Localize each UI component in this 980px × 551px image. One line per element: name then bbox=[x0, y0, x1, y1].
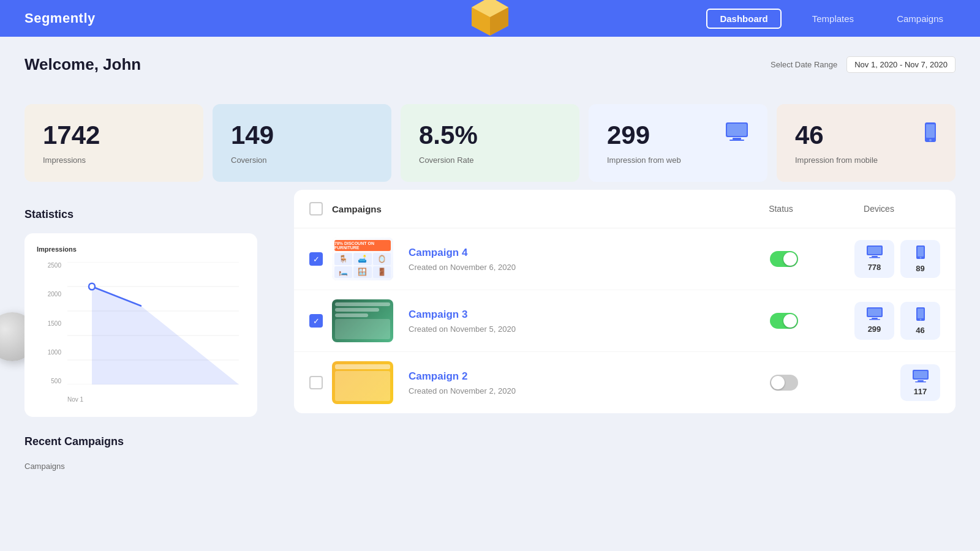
campaign-2-thumbnail bbox=[332, 361, 393, 404]
svg-point-18 bbox=[89, 283, 95, 290]
stat-number-coversion-rate: 8.5% bbox=[419, 121, 561, 149]
svg-rect-21 bbox=[872, 256, 878, 257]
svg-rect-34 bbox=[914, 371, 927, 378]
table-row: ✓ Campaign 3 Created on November 5, 2020 bbox=[294, 290, 956, 352]
campaign-2-name[interactable]: Campaign 2 bbox=[409, 370, 738, 383]
chart-y-label: Impressions bbox=[37, 246, 245, 253]
campaign-4-toggle[interactable] bbox=[770, 251, 798, 267]
campaign-3-checkbox-box[interactable]: ✓ bbox=[309, 314, 323, 328]
svg-rect-36 bbox=[915, 381, 926, 383]
recent-campaigns-label: Campaigns bbox=[24, 462, 65, 471]
status-col-header: Status bbox=[744, 204, 818, 214]
thumb-c2-bar bbox=[335, 364, 390, 369]
thumb-c4-grid: 🪑 🛋️ 🪞 🛏️ 🪟 🚪 bbox=[334, 253, 391, 278]
y-tick-2500: 2500 bbox=[37, 262, 61, 269]
svg-rect-9 bbox=[926, 124, 935, 138]
x-axis: Nov 1 bbox=[67, 396, 239, 403]
chart-container: 2500 2000 1500 1000 500 bbox=[37, 262, 245, 403]
recent-campaigns-title: Recent Campaigns bbox=[24, 435, 282, 448]
campaign-3-device-stats: 299 46 bbox=[830, 302, 940, 340]
nav-templates[interactable]: Templates bbox=[800, 10, 866, 28]
stat-label-coversion-rate: Coversion Rate bbox=[419, 156, 561, 165]
thumb-c4-banner: 78% DISCOUNT ON FURNITURE bbox=[334, 240, 391, 251]
campaign-3-web-stat: 299 bbox=[854, 302, 894, 340]
stat-cards-row: 1742 Impressions 149 Coversion 8.5% Cove… bbox=[0, 104, 980, 182]
monitor-icon-c3 bbox=[866, 307, 883, 323]
campaign-3-checkbox[interactable]: ✓ bbox=[309, 314, 323, 328]
campaign-3-info: Campaign 3 Created on November 5, 2020 bbox=[402, 309, 738, 334]
mobile-icon-c4 bbox=[916, 245, 925, 263]
stat-label-impressions: Impressions bbox=[43, 156, 185, 165]
svg-rect-24 bbox=[918, 247, 924, 257]
campaign-3-toggle[interactable] bbox=[770, 313, 798, 329]
y-tick-2000: 2000 bbox=[37, 291, 61, 298]
campaign-4-checkbox[interactable]: ✓ bbox=[309, 252, 323, 266]
svg-rect-27 bbox=[868, 309, 881, 316]
nav-campaigns[interactable]: Campaigns bbox=[884, 10, 956, 28]
campaign-4-web-count: 778 bbox=[868, 263, 881, 272]
bottom-section: Statistics Impressions 2500 2000 1500 10… bbox=[0, 190, 980, 551]
campaign-4-mobile-count: 89 bbox=[916, 264, 924, 273]
campaign-2-info: Campaign 2 Created on November 2, 2020 bbox=[402, 370, 738, 395]
campaign-2-date: Created on November 2, 2020 bbox=[409, 386, 738, 395]
navbar: Segmently Dashboard Templates Campaigns bbox=[0, 0, 980, 37]
campaigns-panel[interactable]: Campaigns Status Devices ✓ 78% DISCOUNT … bbox=[282, 190, 980, 551]
thumb-c3-img bbox=[335, 319, 390, 339]
stat-card-impressions: 1742 Impressions bbox=[24, 104, 203, 182]
thumb-c2-content bbox=[335, 371, 390, 401]
stat-card-coversion: 149 Coversion bbox=[213, 104, 391, 182]
statistics-panel: Statistics Impressions 2500 2000 1500 10… bbox=[0, 190, 282, 551]
chart-area: Impressions 2500 2000 1500 1000 500 bbox=[24, 233, 257, 417]
mobile-icon bbox=[924, 121, 937, 148]
svg-rect-22 bbox=[869, 257, 880, 258]
svg-rect-28 bbox=[872, 318, 878, 319]
campaigns-table: Campaigns Status Devices ✓ 78% DISCOUNT … bbox=[294, 190, 956, 413]
stat-number-impressions: 1742 bbox=[43, 121, 185, 149]
campaign-2-web-stat: 117 bbox=[900, 364, 940, 401]
svg-rect-29 bbox=[869, 319, 880, 320]
statistics-title: Statistics bbox=[24, 208, 282, 221]
campaign-3-date: Created on November 5, 2020 bbox=[409, 324, 738, 334]
date-range-value[interactable]: Nov 1, 2020 - Nov 7, 2020 bbox=[846, 56, 956, 73]
campaign-3-name[interactable]: Campaign 3 bbox=[409, 309, 738, 321]
campaign-2-device-stats: 117 bbox=[830, 364, 940, 401]
y-axis: 2500 2000 1500 1000 500 bbox=[37, 262, 61, 384]
campaign-3-web-count: 299 bbox=[868, 324, 881, 334]
select-all-checkbox-box[interactable] bbox=[309, 202, 323, 216]
campaign-3-toggle-knob bbox=[783, 314, 797, 328]
select-all-checkbox[interactable] bbox=[309, 202, 323, 216]
monitor-icon-c2 bbox=[912, 369, 929, 386]
svg-rect-35 bbox=[918, 380, 924, 381]
welcome-heading: Welcome, John bbox=[24, 55, 141, 74]
campaign-2-web-count: 117 bbox=[914, 387, 927, 396]
date-range-area: Select Date Range Nov 1, 2020 - Nov 7, 2… bbox=[771, 56, 956, 73]
mobile-icon-c3 bbox=[916, 307, 925, 324]
campaign-3-mobile-stat: 46 bbox=[900, 302, 940, 340]
campaign-3-mobile-count: 46 bbox=[916, 326, 924, 335]
monitor-icon-c4 bbox=[866, 245, 883, 261]
campaign-2-status bbox=[747, 375, 821, 391]
campaign-2-checkbox[interactable] bbox=[309, 376, 323, 389]
recent-section: Recent Campaigns Campaigns bbox=[24, 435, 282, 471]
stat-number-impression-web: 299 bbox=[607, 121, 681, 149]
y-tick-1500: 1500 bbox=[37, 320, 61, 327]
campaign-2-toggle[interactable] bbox=[770, 375, 798, 391]
campaign-4-checkbox-box[interactable]: ✓ bbox=[309, 252, 323, 266]
campaign-4-mobile-stat: 89 bbox=[900, 240, 940, 278]
svg-rect-7 bbox=[729, 140, 744, 141]
x-tick-nov1: Nov 1 bbox=[67, 396, 83, 403]
devices-col-header: Devices bbox=[818, 204, 940, 214]
svg-rect-31 bbox=[918, 309, 924, 318]
campaign-4-status bbox=[747, 251, 821, 267]
navbar-links: Dashboard Templates Campaigns bbox=[706, 9, 956, 29]
campaign-3-status bbox=[747, 313, 821, 329]
nav-dashboard[interactable]: Dashboard bbox=[706, 9, 781, 29]
svg-rect-20 bbox=[868, 247, 881, 254]
svg-point-25 bbox=[919, 257, 921, 259]
campaign-4-thumbnail: 78% DISCOUNT ON FURNITURE 🪑 🛋️ 🪞 🛏️ 🪟 🚪 bbox=[332, 238, 393, 280]
campaign-2-checkbox-box[interactable] bbox=[309, 376, 323, 389]
stat-label-impression-web: Impression from web bbox=[607, 156, 681, 165]
chart-plot bbox=[67, 262, 239, 384]
campaign-4-web-stat: 778 bbox=[854, 240, 894, 278]
campaign-4-name[interactable]: Campaign 4 bbox=[409, 247, 738, 259]
